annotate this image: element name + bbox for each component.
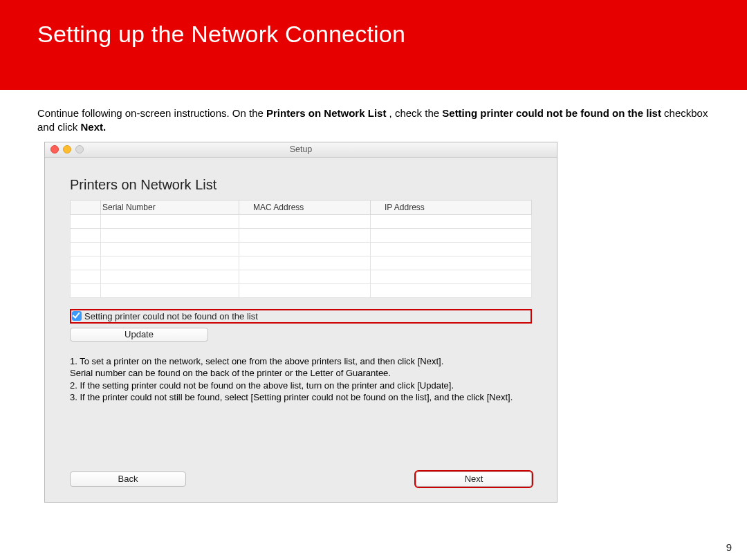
table-row[interactable] xyxy=(71,228,532,242)
table-header-mac: MAC Address xyxy=(239,200,371,214)
table-header-ip: IP Address xyxy=(371,200,532,214)
panel-heading: Printers on Network List xyxy=(70,177,532,193)
printers-table: Serial Number MAC Address IP Address xyxy=(70,200,532,298)
window-body: Printers on Network List Serial Number M… xyxy=(45,158,557,502)
table-header-blank xyxy=(71,200,101,214)
table-row[interactable] xyxy=(71,242,532,256)
zoom-icon xyxy=(75,145,84,153)
table-header-row: Serial Number MAC Address IP Address xyxy=(71,200,532,214)
slide-title: Setting up the Network Connection xyxy=(37,21,747,48)
instruction-text: Continue following on-screen instruction… xyxy=(37,106,710,135)
window-controls xyxy=(50,145,84,153)
table-header-serial: Serial Number xyxy=(101,200,239,214)
back-button[interactable]: Back xyxy=(70,472,186,487)
nav-row: Back Next xyxy=(70,472,532,491)
table-row[interactable] xyxy=(71,283,532,297)
page-number: 9 xyxy=(726,541,732,553)
minimize-icon[interactable] xyxy=(63,145,71,153)
help-text: 1. To set a printer on the network, sele… xyxy=(70,355,532,404)
checkbox-checked-icon[interactable] xyxy=(72,311,82,321)
setup-window: Setup Printers on Network List Serial Nu… xyxy=(44,142,557,503)
next-button[interactable]: Next xyxy=(416,472,532,487)
window-titlebar: Setup xyxy=(45,142,557,158)
update-button[interactable]: Update xyxy=(70,328,208,342)
table-row[interactable] xyxy=(71,256,532,270)
window-title: Setup xyxy=(290,144,313,154)
table-row[interactable] xyxy=(71,214,532,228)
close-icon[interactable] xyxy=(50,145,59,153)
not-found-checkbox-label: Setting printer could not be found on th… xyxy=(84,311,258,321)
not-found-checkbox-row[interactable]: Setting printer could not be found on th… xyxy=(70,309,532,324)
slide-title-banner: Setting up the Network Connection xyxy=(0,0,747,90)
table-row[interactable] xyxy=(71,270,532,283)
